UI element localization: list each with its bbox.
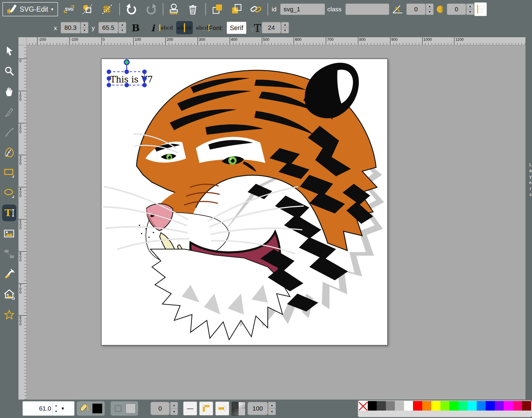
anchor-middle-left: ab	[177, 25, 184, 31]
tool-rect[interactable]	[2, 165, 16, 180]
palette-swatch[interactable]	[504, 401, 513, 411]
x-spin-up[interactable]: ▲	[81, 22, 88, 28]
palette-swatch[interactable]	[477, 401, 486, 411]
text-x-input[interactable]	[61, 22, 80, 33]
ruler-x-label: 600	[294, 37, 301, 45]
stroke-width-input[interactable]	[151, 402, 170, 415]
opacity-spin-up[interactable]: ▲	[268, 402, 276, 408]
palette-swatch[interactable]	[413, 401, 422, 411]
layers-panel-tab[interactable]: Layers	[526, 162, 532, 198]
palette-swatch[interactable]	[486, 401, 495, 411]
undo-button[interactable]	[124, 2, 139, 16]
tool-pencil[interactable]	[2, 104, 16, 119]
palette-swatch[interactable]	[404, 401, 413, 411]
source-editor-button[interactable]: SVG	[62, 2, 76, 16]
stroke-dash-button[interactable]: —	[183, 402, 197, 415]
palette-swatch[interactable]	[368, 401, 377, 411]
size-spin-down[interactable]: ▼	[281, 28, 289, 33]
zoom-input[interactable]	[23, 405, 51, 412]
sw-spin-down[interactable]: ▼	[170, 408, 178, 415]
opacity-spinner[interactable]: ▲ ▼	[268, 402, 276, 415]
ruler-x-label: 700	[326, 37, 334, 45]
move-to-front-button[interactable]	[211, 2, 225, 16]
palette-swatch[interactable]	[386, 401, 395, 411]
main-menu-button[interactable]: SVG-Edit ▼	[2, 2, 58, 16]
zoom-spinner[interactable]: ▲ ▼	[54, 403, 58, 414]
wireframe-shapes-icon-button[interactable]	[80, 2, 95, 16]
x-spinner[interactable]: ▲ ▼	[81, 22, 88, 33]
palette-swatch[interactable]	[395, 401, 404, 411]
move-to-back-button[interactable]	[230, 2, 244, 16]
angle-spin-down[interactable]: ▼	[426, 9, 434, 15]
palette-swatch[interactable]	[377, 401, 386, 411]
grid-snap-button[interactable]	[100, 2, 114, 16]
tool-select[interactable]	[2, 44, 16, 58]
clone-stamp-button[interactable]	[167, 2, 181, 16]
rotation-angle-input[interactable]	[406, 4, 425, 15]
palette-swatch[interactable]	[422, 401, 431, 411]
linecap-button[interactable]	[215, 402, 229, 415]
palette-swatch[interactable]	[440, 401, 450, 411]
palette-swatch[interactable]	[359, 401, 368, 411]
size-spin-up[interactable]: ▲	[281, 22, 289, 28]
y-spin-down[interactable]: ▼	[118, 28, 126, 33]
text-y-input[interactable]	[98, 22, 118, 33]
canvas-artwork-tiger[interactable]: This is V7	[101, 59, 387, 345]
blur-spin-up[interactable]: ▲	[466, 4, 474, 9]
tool-zoom[interactable]	[2, 64, 16, 78]
make-link-button[interactable]	[249, 2, 263, 16]
opacity-input[interactable]	[248, 402, 268, 415]
tool-line[interactable]	[2, 125, 16, 139]
blur-spinner[interactable]: ▲ ▼	[466, 4, 474, 15]
tool-shapelib[interactable]	[2, 287, 16, 302]
palette-swatch[interactable]	[495, 401, 504, 411]
tool-text[interactable]: T	[2, 205, 16, 221]
ruler-y-label: 800	[18, 315, 26, 326]
linejoin-button[interactable]	[199, 402, 213, 415]
stroke-width-spinner[interactable]: ▲ ▼	[170, 402, 178, 415]
blur-spin-down[interactable]: ▼	[466, 9, 474, 15]
y-spin-up[interactable]: ▲	[118, 22, 126, 28]
zoom-dropdown-caret[interactable]: ▼	[61, 406, 65, 411]
paint-bucket-icon	[79, 403, 90, 414]
stroke-color-swatch[interactable]	[126, 403, 136, 414]
svg-canvas[interactable]: This is V7	[101, 59, 388, 345]
delete-button[interactable]	[186, 2, 200, 16]
palette-swatch[interactable]	[431, 401, 440, 411]
palette-swatch[interactable]	[522, 401, 531, 411]
palette-swatch[interactable]	[513, 401, 522, 411]
tool-image[interactable]	[2, 227, 16, 241]
zoom-spin-up[interactable]: ▲	[54, 403, 58, 408]
text-anchor-middle-button[interactable]: ab cd	[176, 21, 193, 34]
text-anchor-start-button[interactable]: abcd	[158, 21, 174, 34]
tool-connector[interactable]	[2, 247, 16, 261]
tool-path[interactable]	[2, 145, 16, 159]
fill-color-swatch[interactable]	[92, 403, 102, 414]
rotation-grip[interactable]	[124, 60, 129, 65]
opacity-spin-down[interactable]: ▼	[268, 408, 276, 415]
tool-eyedropper[interactable]	[2, 267, 16, 281]
sw-spin-up[interactable]: ▲	[170, 402, 178, 408]
angle-spinner[interactable]: ▲ ▼	[426, 4, 434, 15]
palette-swatch[interactable]	[449, 401, 459, 411]
font-size-spinner[interactable]: ▲ ▼	[281, 22, 289, 33]
redo-button[interactable]	[144, 2, 158, 16]
align-button[interactable]	[474, 2, 487, 16]
tool-ellipse[interactable]	[2, 185, 16, 200]
opacity-icon	[231, 401, 246, 417]
palette-swatch[interactable]	[467, 401, 477, 411]
y-spinner[interactable]: ▲ ▼	[118, 22, 126, 33]
element-class-input[interactable]	[345, 4, 389, 15]
bold-button[interactable]: B	[129, 21, 143, 35]
x-spin-down[interactable]: ▼	[81, 28, 88, 33]
font-family-button[interactable]: Serif	[227, 22, 246, 34]
font-size-input[interactable]	[262, 22, 281, 33]
palette-swatch[interactable]	[459, 401, 468, 411]
angle-spin-up[interactable]: ▲	[426, 4, 434, 9]
tool-pan[interactable]	[2, 84, 16, 99]
tool-star[interactable]	[2, 308, 16, 322]
blur-input[interactable]	[447, 4, 466, 15]
color-palette	[358, 400, 532, 417]
element-id-input[interactable]	[280, 4, 325, 15]
zoom-spin-down[interactable]: ▼	[54, 408, 58, 414]
